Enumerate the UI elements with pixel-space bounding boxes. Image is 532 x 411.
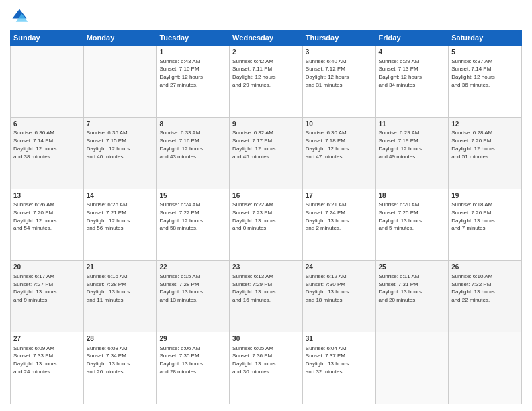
calendar-cell: 18Sunrise: 6:20 AM Sunset: 7:25 PM Dayli… (375, 189, 449, 261)
day-number: 14 (87, 191, 154, 201)
header (10, 7, 522, 26)
calendar-cell: 24Sunrise: 6:12 AM Sunset: 7:30 PM Dayli… (302, 261, 375, 332)
calendar-cell: 15Sunrise: 6:24 AM Sunset: 7:22 PM Dayli… (157, 189, 230, 261)
day-number: 4 (379, 48, 446, 57)
calendar-cell: 6Sunrise: 6:36 AM Sunset: 7:14 PM Daylig… (11, 117, 84, 189)
day-info: Sunrise: 6:04 AM Sunset: 7:37 PM Dayligh… (306, 345, 349, 375)
day-number: 6 (13, 120, 81, 129)
calendar-cell (11, 46, 84, 118)
day-number: 7 (87, 120, 154, 129)
calendar-table: SundayMondayTuesdayWednesdayThursdayFrid… (10, 30, 522, 404)
day-number: 9 (232, 120, 300, 129)
day-info: Sunrise: 6:30 AM Sunset: 7:18 PM Dayligh… (306, 130, 349, 159)
day-number: 18 (379, 191, 446, 201)
day-number: 31 (306, 334, 373, 344)
day-number: 23 (232, 263, 300, 272)
calendar-cell: 1Sunrise: 6:43 AM Sunset: 7:10 PM Daylig… (157, 46, 230, 118)
day-info: Sunrise: 6:39 AM Sunset: 7:13 PM Dayligh… (379, 58, 422, 88)
calendar-row: 20Sunrise: 6:17 AM Sunset: 7:27 PM Dayli… (11, 261, 522, 332)
calendar-cell: 25Sunrise: 6:11 AM Sunset: 7:31 PM Dayli… (375, 261, 449, 332)
day-info: Sunrise: 6:32 AM Sunset: 7:17 PM Dayligh… (232, 130, 275, 159)
calendar-cell: 30Sunrise: 6:05 AM Sunset: 7:36 PM Dayli… (230, 332, 303, 404)
calendar-cell: 4Sunrise: 6:39 AM Sunset: 7:13 PM Daylig… (375, 46, 449, 118)
day-info: Sunrise: 6:35 AM Sunset: 7:15 PM Dayligh… (87, 130, 130, 159)
calendar-cell: 10Sunrise: 6:30 AM Sunset: 7:18 PM Dayli… (302, 117, 375, 189)
day-info: Sunrise: 6:18 AM Sunset: 7:26 PM Dayligh… (451, 201, 494, 231)
calendar-cell: 28Sunrise: 6:08 AM Sunset: 7:34 PM Dayli… (83, 332, 157, 404)
calendar-cell (375, 332, 449, 404)
day-info: Sunrise: 6:05 AM Sunset: 7:36 PM Dayligh… (232, 345, 275, 375)
day-number: 20 (13, 263, 81, 272)
weekday-header: Sunday (11, 30, 84, 46)
calendar-cell: 27Sunrise: 6:09 AM Sunset: 7:33 PM Dayli… (11, 332, 84, 404)
day-number: 30 (232, 334, 300, 344)
day-info: Sunrise: 6:28 AM Sunset: 7:20 PM Dayligh… (451, 130, 494, 159)
calendar-cell: 13Sunrise: 6:26 AM Sunset: 7:20 PM Dayli… (11, 189, 84, 261)
calendar-cell: 26Sunrise: 6:10 AM Sunset: 7:32 PM Dayli… (449, 261, 522, 332)
day-info: Sunrise: 6:37 AM Sunset: 7:14 PM Dayligh… (451, 58, 494, 88)
weekday-header: Tuesday (157, 30, 230, 46)
day-number: 27 (13, 334, 81, 344)
day-number: 3 (306, 48, 373, 57)
day-info: Sunrise: 6:17 AM Sunset: 7:27 PM Dayligh… (13, 273, 56, 303)
calendar-cell: 14Sunrise: 6:25 AM Sunset: 7:21 PM Dayli… (83, 189, 157, 261)
day-info: Sunrise: 6:06 AM Sunset: 7:35 PM Dayligh… (159, 345, 202, 375)
calendar-cell: 16Sunrise: 6:22 AM Sunset: 7:23 PM Dayli… (230, 189, 303, 261)
weekday-header: Wednesday (230, 30, 303, 46)
day-number: 16 (232, 191, 300, 201)
day-number: 2 (232, 48, 300, 57)
day-number: 15 (159, 191, 226, 201)
logo-icon (10, 7, 29, 26)
day-info: Sunrise: 6:11 AM Sunset: 7:31 PM Dayligh… (379, 273, 422, 303)
day-number: 11 (379, 120, 446, 129)
weekday-header: Thursday (302, 30, 375, 46)
day-info: Sunrise: 6:13 AM Sunset: 7:29 PM Dayligh… (232, 273, 275, 303)
day-number: 29 (159, 334, 226, 344)
calendar-cell: 12Sunrise: 6:28 AM Sunset: 7:20 PM Dayli… (449, 117, 522, 189)
day-info: Sunrise: 6:16 AM Sunset: 7:28 PM Dayligh… (87, 273, 130, 303)
day-info: Sunrise: 6:10 AM Sunset: 7:32 PM Dayligh… (451, 273, 494, 303)
day-info: Sunrise: 6:29 AM Sunset: 7:19 PM Dayligh… (379, 130, 422, 159)
calendar-row: 1Sunrise: 6:43 AM Sunset: 7:10 PM Daylig… (11, 46, 522, 118)
day-number: 10 (306, 120, 373, 129)
calendar-row: 27Sunrise: 6:09 AM Sunset: 7:33 PM Dayli… (11, 332, 522, 404)
day-number: 12 (451, 120, 519, 129)
calendar-cell: 20Sunrise: 6:17 AM Sunset: 7:27 PM Dayli… (11, 261, 84, 332)
day-number: 21 (87, 263, 154, 272)
calendar-cell (83, 46, 157, 118)
logo (10, 7, 32, 26)
weekday-header: Monday (83, 30, 157, 46)
calendar-row: 6Sunrise: 6:36 AM Sunset: 7:14 PM Daylig… (11, 117, 522, 189)
calendar-row: 13Sunrise: 6:26 AM Sunset: 7:20 PM Dayli… (11, 189, 522, 261)
day-number: 19 (451, 191, 519, 201)
day-info: Sunrise: 6:24 AM Sunset: 7:22 PM Dayligh… (159, 201, 202, 231)
day-info: Sunrise: 6:08 AM Sunset: 7:34 PM Dayligh… (87, 345, 130, 375)
page: SundayMondayTuesdayWednesdayThursdayFrid… (0, 0, 532, 411)
calendar-cell: 22Sunrise: 6:15 AM Sunset: 7:28 PM Dayli… (157, 261, 230, 332)
day-number: 28 (87, 334, 154, 344)
calendar-cell: 3Sunrise: 6:40 AM Sunset: 7:12 PM Daylig… (302, 46, 375, 118)
day-number: 24 (306, 263, 373, 272)
day-info: Sunrise: 6:26 AM Sunset: 7:20 PM Dayligh… (13, 201, 56, 231)
calendar-cell: 29Sunrise: 6:06 AM Sunset: 7:35 PM Dayli… (157, 332, 230, 404)
weekday-header: Friday (375, 30, 449, 46)
day-number: 13 (13, 191, 81, 201)
calendar-cell: 31Sunrise: 6:04 AM Sunset: 7:37 PM Dayli… (302, 332, 375, 404)
day-info: Sunrise: 6:33 AM Sunset: 7:16 PM Dayligh… (159, 130, 202, 159)
calendar-cell: 2Sunrise: 6:42 AM Sunset: 7:11 PM Daylig… (230, 46, 303, 118)
day-info: Sunrise: 6:43 AM Sunset: 7:10 PM Dayligh… (159, 58, 202, 88)
day-info: Sunrise: 6:25 AM Sunset: 7:21 PM Dayligh… (87, 201, 130, 231)
day-number: 25 (379, 263, 446, 272)
day-number: 5 (451, 48, 519, 57)
day-info: Sunrise: 6:20 AM Sunset: 7:25 PM Dayligh… (379, 201, 422, 231)
calendar-cell: 19Sunrise: 6:18 AM Sunset: 7:26 PM Dayli… (449, 189, 522, 261)
day-info: Sunrise: 6:21 AM Sunset: 7:24 PM Dayligh… (306, 201, 349, 231)
day-info: Sunrise: 6:36 AM Sunset: 7:14 PM Dayligh… (13, 130, 56, 159)
calendar-cell: 7Sunrise: 6:35 AM Sunset: 7:15 PM Daylig… (83, 117, 157, 189)
day-info: Sunrise: 6:09 AM Sunset: 7:33 PM Dayligh… (13, 345, 56, 375)
calendar-cell: 23Sunrise: 6:13 AM Sunset: 7:29 PM Dayli… (230, 261, 303, 332)
calendar-cell: 8Sunrise: 6:33 AM Sunset: 7:16 PM Daylig… (157, 117, 230, 189)
day-number: 17 (306, 191, 373, 201)
day-number: 26 (451, 263, 519, 272)
calendar-cell (449, 332, 522, 404)
